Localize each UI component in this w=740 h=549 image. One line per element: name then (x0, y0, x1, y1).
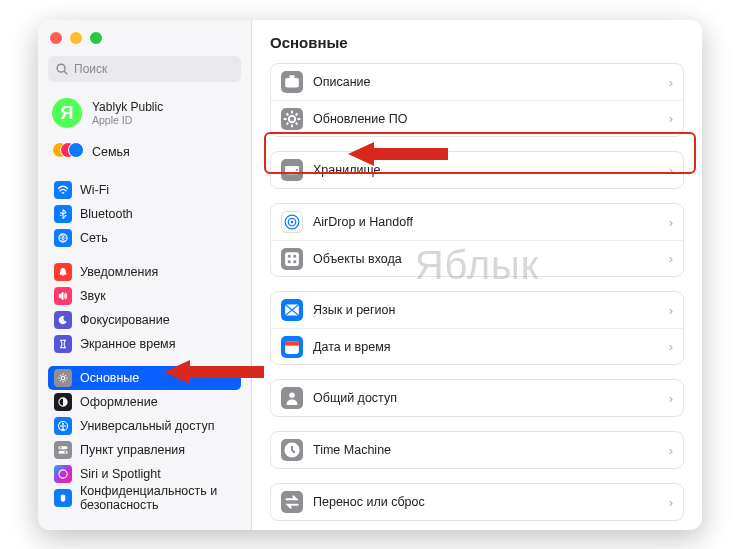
settings-group: Общий доступ› (270, 379, 684, 417)
svg-rect-21 (288, 254, 291, 257)
svg-rect-22 (293, 254, 296, 257)
sidebar-item-1-3[interactable]: Экранное время (48, 332, 241, 356)
svg-rect-24 (293, 260, 296, 263)
sidebar-item-2-3[interactable]: Пункт управления (48, 438, 241, 462)
sidebar-item-label: Пункт управления (80, 443, 185, 457)
svg-rect-27 (285, 341, 299, 345)
sidebar-item-2-0[interactable]: Основные (48, 366, 241, 390)
svg-point-0 (57, 64, 65, 72)
svg-point-11 (59, 470, 67, 478)
svg-line-1 (64, 71, 67, 74)
settings-group: Описание›Обновление ПО› (270, 63, 684, 137)
chevron-right-icon: › (669, 495, 673, 510)
settings-group: Time Machine› (270, 431, 684, 469)
chevron-right-icon: › (669, 303, 673, 318)
row-label: Общий доступ (313, 391, 669, 405)
family-section[interactable]: Семья (48, 138, 241, 172)
sidebar-nav: Wi-FiBluetoothСетьУведомленияЗвукФокусир… (48, 178, 241, 510)
account-name: Yablyk Public (92, 100, 163, 114)
chevron-right-icon: › (669, 215, 673, 230)
row-label: Описание (313, 75, 669, 89)
avatar: Я (52, 98, 82, 128)
sidebar-item-0-2[interactable]: Сеть (48, 226, 241, 250)
row-label: Обновление ПО (313, 112, 669, 126)
settings-row-0-1[interactable]: Обновление ПО› (271, 100, 683, 136)
sidebar-item-label: Фокусирование (80, 313, 170, 327)
sidebar-item-label: Звук (80, 289, 106, 303)
sidebar-item-label: Основные (80, 371, 139, 385)
search-icon (55, 62, 69, 76)
chevron-right-icon: › (669, 443, 673, 458)
close-button[interactable] (50, 32, 62, 44)
row-label: Объекты входа (313, 252, 669, 266)
family-icon (52, 142, 82, 162)
sidebar-item-label: Оформление (80, 395, 158, 409)
row-label: Time Machine (313, 443, 669, 457)
sidebar: Я Yablyk Public Apple ID Семья Wi-FiBlue… (38, 20, 252, 530)
settings-group: AirDrop и Handoff›Объекты входа› (270, 203, 684, 277)
main-content: Основные Описание›Обновление ПО›Хранилищ… (252, 20, 702, 530)
settings-group: Язык и регион›Дата и время› (270, 291, 684, 365)
settings-window: Я Yablyk Public Apple ID Семья Wi-FiBlue… (38, 20, 702, 530)
account-sub: Apple ID (92, 114, 163, 126)
settings-row-3-1[interactable]: Дата и время› (271, 328, 683, 364)
row-label: Хранилище (313, 163, 669, 177)
sidebar-item-label: Siri и Spotlight (80, 467, 161, 481)
sidebar-item-2-2[interactable]: Универсальный доступ (48, 414, 241, 438)
settings-row-4-0[interactable]: Общий доступ› (271, 380, 683, 416)
settings-row-2-0[interactable]: AirDrop и Handoff› (271, 204, 683, 240)
sidebar-item-label: Сеть (80, 231, 108, 245)
chevron-right-icon: › (669, 251, 673, 266)
chevron-right-icon: › (669, 163, 673, 178)
row-label: Перенос или сброс (313, 495, 669, 509)
svg-point-6 (62, 423, 64, 425)
chevron-right-icon: › (669, 339, 673, 354)
apple-id-section[interactable]: Я Yablyk Public Apple ID (48, 92, 241, 138)
svg-point-19 (291, 221, 294, 224)
search-field-wrapper (48, 56, 241, 82)
svg-point-14 (289, 115, 295, 121)
row-label: Дата и время (313, 340, 669, 354)
sidebar-item-0-0[interactable]: Wi-Fi (48, 178, 241, 202)
sidebar-item-label: Wi-Fi (80, 183, 109, 197)
settings-group: Перенос или сброс› (270, 483, 684, 521)
page-title: Основные (270, 34, 684, 51)
sidebar-item-2-4[interactable]: Siri и Spotlight (48, 462, 241, 486)
row-label: AirDrop и Handoff (313, 215, 669, 229)
chevron-right-icon: › (669, 75, 673, 90)
sidebar-item-label: Конфиденциальность и безопасность (80, 484, 235, 512)
family-label: Семья (92, 145, 130, 159)
row-label: Язык и регион (313, 303, 669, 317)
maximize-button[interactable] (90, 32, 102, 44)
chevron-right-icon: › (669, 111, 673, 126)
settings-row-6-0[interactable]: Перенос или сброс› (271, 484, 683, 520)
sidebar-item-label: Универсальный доступ (80, 419, 214, 433)
minimize-button[interactable] (70, 32, 82, 44)
settings-row-5-0[interactable]: Time Machine› (271, 432, 683, 468)
svg-rect-13 (289, 75, 295, 78)
sidebar-item-2-5[interactable]: Конфиденциальность и безопасность (48, 486, 241, 510)
settings-row-1-0[interactable]: Хранилище› (271, 152, 683, 188)
settings-row-3-0[interactable]: Язык и регион› (271, 292, 683, 328)
svg-point-28 (289, 393, 295, 399)
sidebar-item-1-2[interactable]: Фокусирование (48, 308, 241, 332)
search-input[interactable] (48, 56, 241, 82)
sidebar-item-label: Экранное время (80, 337, 175, 351)
sidebar-item-0-1[interactable]: Bluetooth (48, 202, 241, 226)
sidebar-item-label: Уведомления (80, 265, 158, 279)
svg-point-9 (60, 447, 62, 449)
svg-rect-20 (285, 252, 299, 266)
sidebar-item-1-0[interactable]: Уведомления (48, 260, 241, 284)
svg-point-10 (64, 451, 66, 453)
chevron-right-icon: › (669, 391, 673, 406)
settings-row-2-1[interactable]: Объекты входа› (271, 240, 683, 276)
sidebar-item-2-1[interactable]: Оформление (48, 390, 241, 414)
svg-point-3 (61, 376, 64, 379)
svg-rect-23 (288, 260, 291, 263)
window-controls (48, 32, 241, 44)
settings-row-0-0[interactable]: Описание› (271, 64, 683, 100)
sidebar-item-label: Bluetooth (80, 207, 133, 221)
sidebar-item-1-1[interactable]: Звук (48, 284, 241, 308)
svg-rect-12 (285, 78, 299, 88)
settings-group: Хранилище› (270, 151, 684, 189)
